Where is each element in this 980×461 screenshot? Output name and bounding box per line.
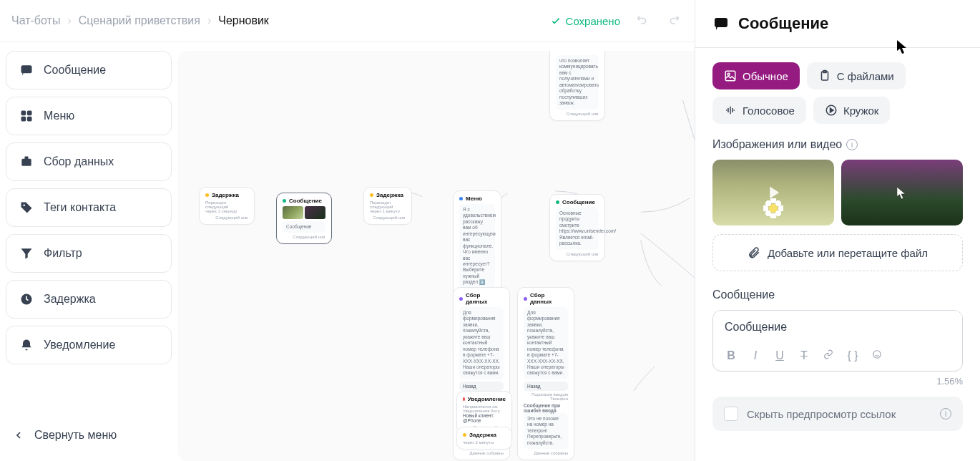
svg-rect-3: [21, 117, 26, 122]
chevron-right-icon: ›: [67, 14, 71, 27]
node-delay-2[interactable]: Задержка Переходит следующий через 1 мин…: [363, 187, 412, 225]
svg-rect-4: [27, 117, 32, 122]
clipboard-icon: [818, 69, 831, 82]
breadcrumb-item-draft: Черновик: [218, 14, 269, 27]
checkbox[interactable]: [724, 407, 738, 421]
bold-button[interactable]: B: [725, 349, 738, 362]
audio-icon: [724, 104, 737, 117]
hide-link-preview-option[interactable]: Скрыть предпросмотр ссылок i: [712, 397, 963, 431]
sidebar-item-label: Меню: [44, 110, 74, 122]
sidebar-item-tags[interactable]: Теги контакта: [6, 188, 172, 227]
play-icon: [763, 183, 783, 203]
sidebar-item-data-collection[interactable]: Сбор данных: [6, 142, 172, 181]
node-delay-1[interactable]: Задержка Переходит следующий через 1 сек…: [199, 187, 255, 225]
form-icon: [19, 155, 34, 169]
chevron-right-icon: ›: [207, 14, 211, 27]
upload-dropzone[interactable]: Добавьте или перетащите файл: [712, 234, 963, 271]
node-data-2[interactable]: Сбор данных Для формирования заявки, пож…: [517, 287, 574, 460]
message-editor: B I U T { }: [712, 310, 963, 372]
sidebar-item-label: Сообщение: [44, 64, 106, 77]
sidebar-item-delay[interactable]: Задержка: [6, 280, 172, 319]
svg-rect-6: [25, 157, 29, 160]
message-input[interactable]: [713, 311, 962, 344]
image-icon: [724, 69, 737, 82]
funnel-icon: [19, 246, 34, 261]
breadcrumb-item-scenario[interactable]: Сценарий приветствия: [79, 14, 200, 27]
emoji-button[interactable]: [871, 349, 883, 362]
italic-button[interactable]: I: [749, 349, 762, 362]
play-circle-icon: [825, 104, 838, 117]
collapse-menu-button[interactable]: Свернуть меню: [6, 417, 172, 453]
svg-rect-1: [21, 111, 26, 116]
svg-point-11: [727, 73, 730, 75]
tab-circle-video[interactable]: Кружок: [813, 97, 891, 124]
info-icon[interactable]: i: [940, 408, 951, 419]
sidebar-item-label: Сбор данных: [44, 155, 114, 168]
message-type-tabs: Обычное С файлами Голосовое Кружок: [712, 62, 963, 124]
breadcrumb: Чат-боты › Сценарий приветствия › Чернов…: [11, 14, 269, 27]
media-thumbnail-1[interactable]: [712, 160, 834, 225]
character-percent: 1.56%: [712, 376, 963, 387]
check-icon: [550, 15, 562, 26]
node-delay-3[interactable]: Задержка через 2 минуты: [456, 427, 512, 450]
sidebar-item-label: Фильтр: [44, 247, 82, 260]
editor-toolbar: B I U T { }: [713, 344, 962, 371]
clock-icon: [19, 292, 34, 306]
svg-point-7: [23, 204, 25, 206]
sidebar: Сообщение Меню Сбор данных Теги контакта…: [0, 42, 177, 461]
sidebar-item-menu[interactable]: Меню: [6, 97, 172, 135]
breadcrumb-item-chatbots[interactable]: Чат-боты: [11, 14, 60, 27]
saved-status: Сохранено: [550, 15, 620, 27]
cursor-icon: [897, 187, 907, 200]
media-section-label: Изображения или видео i: [712, 138, 963, 151]
tag-icon: [19, 200, 34, 215]
sidebar-item-label: Уведомление: [44, 339, 115, 351]
underline-button[interactable]: U: [773, 349, 786, 362]
sidebar-item-notification[interactable]: Уведомление: [6, 326, 172, 364]
strikethrough-button[interactable]: T: [798, 349, 810, 362]
svg-rect-0: [21, 65, 32, 73]
variable-button[interactable]: { }: [846, 349, 859, 362]
chevron-left-icon: [13, 430, 24, 441]
tab-regular[interactable]: Обычное: [712, 62, 800, 89]
sidebar-item-label: Задержка: [44, 293, 96, 306]
message-icon: [712, 15, 730, 32]
message-section-label: Сообщение: [712, 288, 963, 301]
grid-icon: [19, 109, 34, 123]
svg-point-15: [873, 351, 881, 359]
sidebar-item-label: Теги контакта: [44, 201, 116, 214]
bell-icon: [19, 338, 34, 352]
undo-button[interactable]: [633, 10, 652, 31]
properties-panel: Сообщение Обычное С файлами Голосовое Кр…: [695, 0, 980, 461]
redo-button[interactable]: [665, 10, 683, 31]
node-message-selected[interactable]: Сообщение Сообщение Следующий шаг: [276, 193, 332, 244]
info-icon[interactable]: i: [846, 139, 858, 150]
node-message-2[interactable]: Сообщение Основные продукты смотрите htt…: [549, 194, 605, 261]
paperclip-icon: [748, 246, 760, 259]
svg-rect-9: [715, 18, 727, 27]
media-thumbnail-2[interactable]: [841, 160, 963, 225]
panel-title: Сообщение: [695, 0, 980, 48]
tab-with-files[interactable]: С файлами: [807, 62, 906, 89]
link-button[interactable]: [822, 349, 835, 362]
message-icon: [19, 63, 34, 77]
svg-rect-2: [27, 111, 32, 116]
node-message-top[interactable]: что позволяет коммуницировать вам с полу…: [549, 51, 605, 121]
tab-voice[interactable]: Голосовое: [712, 97, 806, 124]
svg-rect-10: [725, 71, 735, 81]
sidebar-item-filter[interactable]: Фильтр: [6, 234, 172, 273]
sidebar-item-message[interactable]: Сообщение: [6, 51, 172, 89]
